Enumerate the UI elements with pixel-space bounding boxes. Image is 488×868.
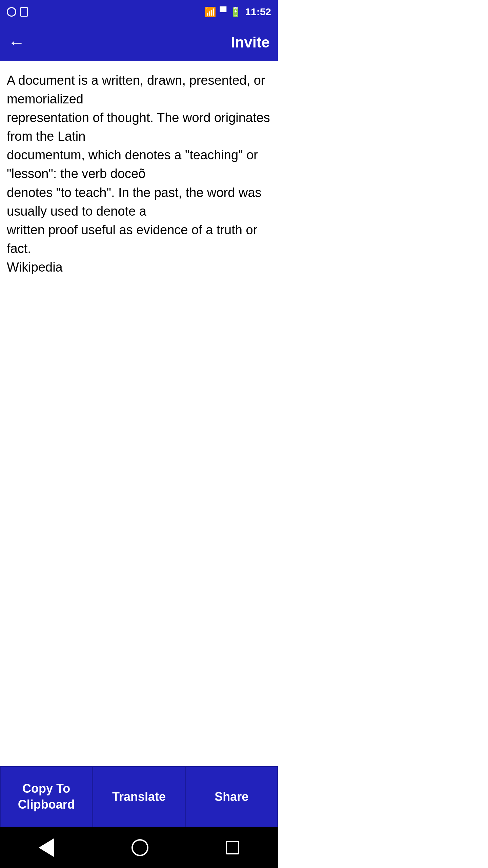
sd-card-icon bbox=[20, 7, 28, 17]
back-nav-icon[interactable] bbox=[39, 838, 54, 857]
back-button[interactable]: ← bbox=[8, 33, 25, 52]
app-bar: ← Invite bbox=[0, 24, 278, 61]
record-icon bbox=[7, 7, 16, 17]
bottom-button-bar: Copy To Clipboard Translate Share bbox=[0, 766, 278, 827]
status-bar-right-icons: 📶 ▀ 🔋 11:52 bbox=[204, 6, 271, 18]
recent-nav-icon[interactable] bbox=[226, 841, 239, 854]
wifi-icon: 📶 bbox=[204, 6, 216, 18]
content-area: A document is a written, drawn, presente… bbox=[0, 61, 278, 766]
battery-icon: 🔋 bbox=[230, 6, 242, 18]
nav-bar bbox=[0, 827, 278, 868]
copy-to-clipboard-button[interactable]: Copy To Clipboard bbox=[0, 766, 93, 827]
status-bar-left-icons bbox=[7, 7, 28, 17]
signal-icon: ▀ bbox=[220, 6, 226, 17]
time-display: 11:52 bbox=[245, 6, 271, 18]
home-nav-icon[interactable] bbox=[131, 839, 148, 856]
document-text: A document is a written, drawn, presente… bbox=[7, 71, 271, 277]
share-button[interactable]: Share bbox=[185, 766, 278, 827]
translate-button[interactable]: Translate bbox=[93, 766, 185, 827]
app-bar-title: Invite bbox=[231, 34, 270, 51]
status-bar: 📶 ▀ 🔋 11:52 bbox=[0, 0, 278, 24]
